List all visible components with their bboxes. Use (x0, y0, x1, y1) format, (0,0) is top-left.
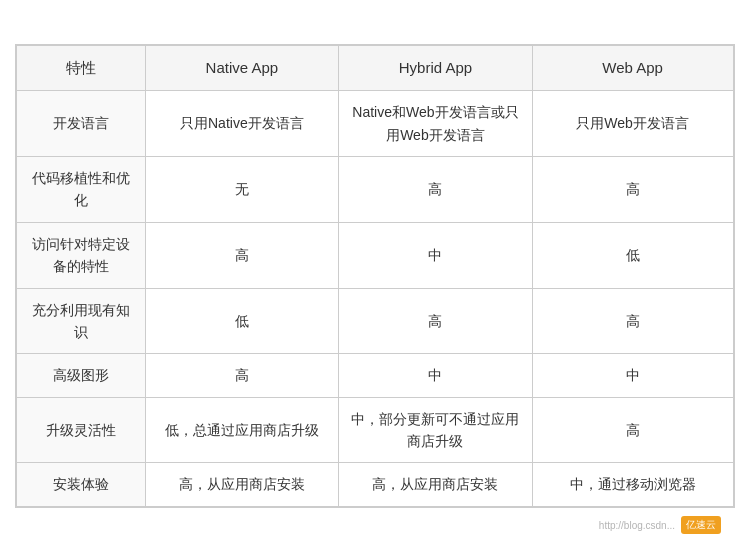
cell-feature: 高级图形 (16, 354, 145, 397)
header-native: Native App (145, 46, 339, 91)
cell-web: 中 (532, 354, 733, 397)
cell-native: 高，从应用商店安装 (145, 463, 339, 506)
cell-native: 只用Native开发语言 (145, 91, 339, 157)
comparison-table-wrapper: 特性 Native App Hybrid App Web App 开发语言只用N… (15, 44, 735, 508)
cell-feature: 访问针对特定设备的特性 (16, 222, 145, 288)
watermark-url: http://blog.csdn... (599, 520, 675, 531)
table-row: 高级图形高中中 (16, 354, 733, 397)
cell-hybrid: Native和Web开发语言或只用Web开发语言 (339, 91, 533, 157)
cell-feature: 安装体验 (16, 463, 145, 506)
cell-web: 高 (532, 397, 733, 463)
table-row: 代码移植性和优化无高高 (16, 156, 733, 222)
table-row: 安装体验高，从应用商店安装高，从应用商店安装中，通过移动浏览器 (16, 463, 733, 506)
table-row: 升级灵活性低，总通过应用商店升级中，部分更新可不通过应用商店升级高 (16, 397, 733, 463)
watermark-brand: 亿速云 (681, 516, 721, 534)
cell-hybrid: 中 (339, 222, 533, 288)
comparison-table: 特性 Native App Hybrid App Web App 开发语言只用N… (16, 45, 734, 507)
cell-hybrid: 中 (339, 354, 533, 397)
table-header-row: 特性 Native App Hybrid App Web App (16, 46, 733, 91)
cell-feature: 开发语言 (16, 91, 145, 157)
cell-native: 低，总通过应用商店升级 (145, 397, 339, 463)
cell-native: 高 (145, 222, 339, 288)
cell-native: 高 (145, 354, 339, 397)
watermark: http://blog.csdn... 亿速云 (599, 516, 721, 534)
table-row: 访问针对特定设备的特性高中低 (16, 222, 733, 288)
cell-feature: 升级灵活性 (16, 397, 145, 463)
header-feature: 特性 (16, 46, 145, 91)
cell-web: 低 (532, 222, 733, 288)
table-row: 开发语言只用Native开发语言Native和Web开发语言或只用Web开发语言… (16, 91, 733, 157)
cell-web: 只用Web开发语言 (532, 91, 733, 157)
cell-web: 高 (532, 288, 733, 354)
cell-hybrid: 中，部分更新可不通过应用商店升级 (339, 397, 533, 463)
cell-hybrid: 高 (339, 156, 533, 222)
cell-native: 无 (145, 156, 339, 222)
table-row: 充分利用现有知识低高高 (16, 288, 733, 354)
cell-feature: 代码移植性和优化 (16, 156, 145, 222)
cell-hybrid: 高 (339, 288, 533, 354)
cell-web: 中，通过移动浏览器 (532, 463, 733, 506)
header-web: Web App (532, 46, 733, 91)
header-hybrid: Hybrid App (339, 46, 533, 91)
cell-web: 高 (532, 156, 733, 222)
cell-feature: 充分利用现有知识 (16, 288, 145, 354)
cell-native: 低 (145, 288, 339, 354)
cell-hybrid: 高，从应用商店安装 (339, 463, 533, 506)
